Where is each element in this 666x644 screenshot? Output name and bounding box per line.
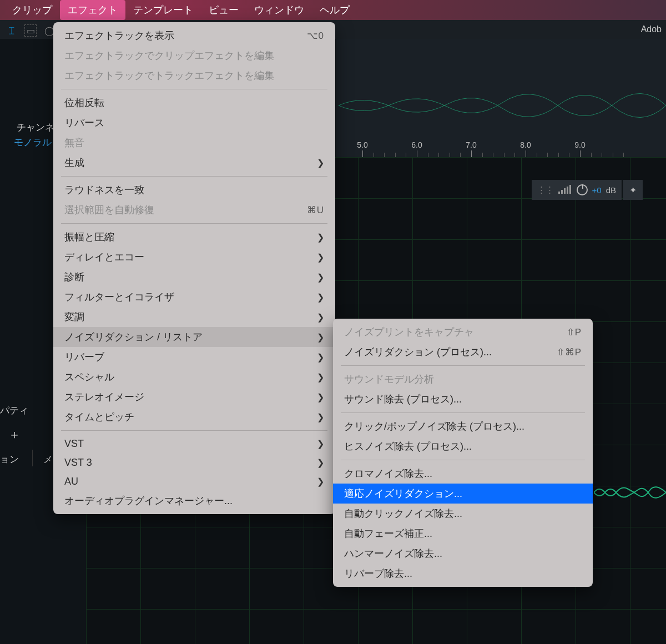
menu-item[interactable]: サウンド除去 (プロセス)...	[333, 389, 593, 409]
menu-item[interactable]: ハンマーノイズ除去...	[333, 544, 593, 564]
menu-item[interactable]: AU❯	[53, 472, 335, 491]
chevron-right-icon: ❯	[317, 158, 324, 168]
pin-button[interactable]: ✦	[623, 180, 643, 200]
menu-item-label: タイムとピッチ	[64, 410, 134, 424]
menu-item[interactable]: 変調❯	[53, 307, 335, 327]
sidebar-property-label: パティ	[0, 404, 28, 417]
menu-item-label: リバース	[64, 116, 104, 129]
menu-item[interactable]: エフェクトラックを表示⌥0	[53, 26, 335, 46]
time-ruler[interactable]: 5.06.07.08.09.0	[336, 136, 666, 157]
menu-item-label: ノイズリダクション / リストア	[64, 330, 203, 344]
menu-item[interactable]: フィルターとイコライザ❯	[53, 287, 335, 307]
menubar-item-2[interactable]: テンプレート	[125, 0, 201, 20]
menubar-item-5[interactable]: ヘルプ	[312, 0, 357, 20]
menu-item[interactable]: リバース	[53, 113, 335, 133]
tool-row: ⌶ ▭ ◯	[0, 20, 61, 41]
menu-shortcut: ⇧P	[567, 326, 582, 338]
menu-item[interactable]: 振幅と圧縮❯	[53, 227, 335, 247]
menu-separator	[61, 223, 327, 224]
chevron-right-icon: ❯	[317, 252, 324, 263]
menu-item[interactable]: 自動フェーズ補正...	[333, 524, 593, 544]
menu-item: 無音	[53, 133, 335, 153]
ruler-tick: 7.0	[466, 140, 476, 149]
menu-item-label: VST 3	[64, 457, 92, 469]
menu-item-label: 変調	[64, 310, 84, 324]
chevron-right-icon: ❯	[317, 372, 324, 383]
menu-item-label: ヒスノイズ除去 (プロセス)...	[344, 440, 472, 453]
menubar-item-3[interactable]: ビュー	[201, 0, 246, 20]
ruler-tick: 6.0	[411, 140, 422, 149]
menu-item-label: 位相反転	[64, 96, 104, 109]
gain-knob-icon[interactable]	[577, 184, 588, 195]
menu-item-label: クリック/ポップノイズ除去 (プロセス)...	[344, 420, 524, 433]
menu-item-label: リバーブ除去...	[344, 567, 412, 580]
marquee-icon[interactable]: ▭	[24, 24, 37, 37]
menubar-item-1[interactable]: エフェクト	[60, 0, 125, 20]
menu-item: 選択範囲を自動修復⌘U	[53, 200, 335, 220]
menu-item-label: オーディオプラグインマネージャー...	[64, 494, 233, 507]
ibeam-icon[interactable]: ⌶	[6, 24, 18, 37]
chevron-right-icon: ❯	[317, 439, 324, 449]
menu-item[interactable]: オーディオプラグインマネージャー...	[53, 491, 335, 511]
menubar-item-4[interactable]: ウィンドウ	[246, 0, 312, 20]
menu-item[interactable]: ディレイとエコー❯	[53, 247, 335, 267]
menu-item[interactable]: ヒスノイズ除去 (プロセス)...	[333, 436, 593, 456]
menu-shortcut: ⇧⌘P	[557, 346, 582, 358]
gain-value[interactable]: +0	[592, 185, 602, 195]
volume-hud[interactable]: ⋮⋮ +0 dB	[532, 180, 622, 200]
menu-separator	[341, 412, 585, 413]
menu-item[interactable]: クロマノイズ除去...	[333, 464, 593, 484]
menu-item[interactable]: VST 3❯	[53, 453, 335, 472]
menu-item[interactable]: 生成❯	[53, 153, 335, 173]
menu-item[interactable]: ラウドネスを一致	[53, 180, 335, 200]
sidebar-mono[interactable]: モノラル	[14, 136, 52, 149]
menu-shortcut: ⌘U	[307, 204, 324, 216]
overview-waveform[interactable]	[336, 39, 666, 136]
menu-item[interactable]: リバーブ除去...	[333, 564, 593, 583]
menu-item[interactable]: 適応ノイズリダクション...	[333, 484, 593, 504]
level-meter-icon	[558, 185, 572, 195]
menu-item-label: 生成	[64, 156, 84, 169]
menu-item-label: リバーブ	[64, 350, 104, 364]
menu-item[interactable]: ノイズリダクション (プロセス)...⇧⌘P	[333, 342, 593, 362]
chevron-right-icon: ❯	[317, 476, 324, 487]
gain-unit: dB	[606, 185, 616, 195]
sidebar-channel-label: チャンネ	[17, 121, 54, 134]
ruler-tick: 9.0	[574, 140, 585, 149]
menu-shortcut: ⌥0	[307, 30, 324, 42]
waveform-icon	[336, 39, 666, 136]
menu-item-label: ラウドネスを一致	[64, 183, 144, 197]
menu-item[interactable]: クリック/ポップノイズ除去 (プロセス)...	[333, 416, 593, 436]
menu-item[interactable]: 位相反転	[53, 93, 335, 113]
sidebar-tab-fragment-2[interactable]: メ	[43, 453, 53, 466]
ruler-tick: 8.0	[520, 140, 531, 149]
menubar-item-0[interactable]: クリップ	[4, 0, 60, 20]
menu-item[interactable]: リバーブ❯	[53, 347, 335, 367]
menu-item[interactable]: ステレオイメージ❯	[53, 387, 335, 407]
menu-item[interactable]: 自動クリックノイズ除去...	[333, 504, 593, 524]
menu-item-label: エフェクトラックでクリップエフェクトを編集	[64, 49, 274, 62]
chevron-right-icon: ❯	[317, 457, 324, 468]
menu-item[interactable]: スペシャル❯	[53, 367, 335, 387]
menu-item[interactable]: ノイズリダクション / リストア❯	[53, 327, 335, 347]
add-button[interactable]: ＋	[8, 426, 21, 443]
menu-item: エフェクトラックでトラックエフェクトを編集	[53, 66, 335, 85]
menu-item[interactable]: VST❯	[53, 434, 335, 453]
menu-item-label: サウンド除去 (プロセス)...	[344, 393, 462, 406]
menu-item[interactable]: 診断❯	[53, 267, 335, 287]
menu-item-label: スペシャル	[64, 370, 114, 384]
menu-item[interactable]: タイムとピッチ❯	[53, 407, 335, 427]
sidebar-tab-fragment[interactable]: ョン	[0, 453, 19, 466]
menu-item-label: 振幅と圧縮	[64, 230, 114, 244]
menu-separator	[341, 460, 585, 460]
menu-item-label: ノイズプリントをキャプチャ	[344, 325, 474, 339]
menu-item: エフェクトラックでクリップエフェクトを編集	[53, 46, 335, 66]
app-name: Adob	[641, 24, 662, 34]
menu-item-label: 適応ノイズリダクション...	[344, 487, 462, 500]
menu-separator	[61, 89, 327, 89]
drag-handle-icon[interactable]: ⋮⋮	[537, 185, 554, 195]
menu-item-label: ディレイとエコー	[64, 250, 144, 264]
menu-item-label: クロマノイズ除去...	[344, 467, 432, 480]
ruler-tick: 5.0	[357, 140, 367, 149]
menu-item-label: エフェクトラックを表示	[64, 29, 174, 42]
